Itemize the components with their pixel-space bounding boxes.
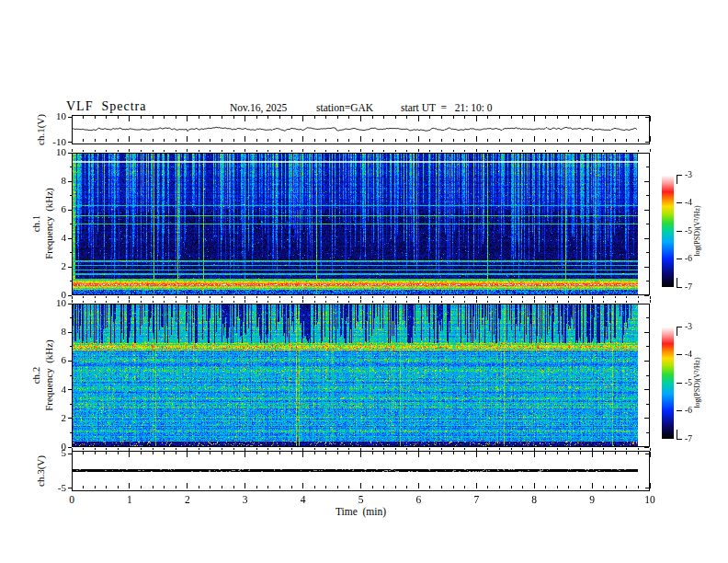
- y-tick-left: [68, 488, 72, 488]
- y-tick-left: [68, 117, 72, 118]
- x-major-tick: [476, 448, 477, 451]
- x-minor-tick: [337, 116, 338, 119]
- freq-major-tick: [68, 447, 72, 448]
- x-minor-tick: [222, 448, 222, 450]
- x-minor-tick: [325, 150, 326, 152]
- x-minor-tick: [210, 452, 210, 454]
- x-major-tick: [650, 300, 651, 303]
- vlf-spectra-figure: VLF Spectra Nov.16, 2025 station=GAK sta…: [0, 0, 728, 563]
- x-minor-tick: [406, 448, 407, 450]
- freq-major-tick: [68, 361, 72, 362]
- x-minor-tick: [372, 448, 373, 450]
- x-tick-label: 5: [351, 494, 371, 505]
- x-minor-tick: [545, 301, 546, 303]
- x-minor-tick: [267, 116, 268, 119]
- x-minor-tick: [337, 486, 338, 488]
- x-minor-tick: [511, 139, 512, 142]
- x-minor-tick: [176, 139, 176, 142]
- x-minor-tick: [164, 296, 165, 298]
- freq-major-tick-right: [644, 181, 649, 182]
- x-major-tick: [534, 483, 535, 488]
- freq-major-tick: [68, 295, 72, 296]
- x-minor-tick: [441, 448, 442, 450]
- x-minor-tick: [557, 448, 558, 450]
- x-minor-tick: [210, 486, 210, 488]
- x-major-tick: [72, 296, 73, 299]
- x-minor-tick: [279, 301, 280, 303]
- plot-title: VLF Spectra: [66, 99, 146, 114]
- x-minor-tick: [199, 296, 199, 298]
- x-minor-tick: [314, 301, 315, 303]
- x-minor-tick: [233, 139, 234, 142]
- x-minor-tick: [176, 452, 176, 454]
- x-minor-tick: [222, 139, 222, 142]
- x-minor-tick: [395, 139, 396, 142]
- x-minor-tick: [383, 296, 384, 298]
- x-minor-tick: [626, 116, 627, 119]
- x-major-tick: [360, 296, 361, 299]
- x-minor-tick: [222, 301, 222, 303]
- x-minor-tick: [348, 139, 349, 142]
- x-minor-tick: [291, 296, 292, 298]
- x-minor-tick: [395, 150, 396, 152]
- x-tick-label: 0: [62, 494, 82, 505]
- x-major-tick: [534, 300, 535, 303]
- x-major-tick: [418, 149, 419, 152]
- x-minor-tick: [95, 296, 96, 298]
- x-major-tick: [476, 483, 477, 488]
- x-minor-tick: [545, 448, 546, 450]
- x-minor-tick: [199, 486, 199, 488]
- x-minor-tick: [568, 486, 569, 488]
- freq-minor-tick-right: [646, 317, 649, 318]
- x-minor-tick: [291, 139, 292, 142]
- x-minor-tick: [638, 452, 639, 454]
- freq-minor-tick-right: [646, 404, 649, 405]
- x-minor-tick: [615, 486, 616, 488]
- x-major-tick: [650, 116, 651, 121]
- x-minor-tick: [499, 116, 500, 119]
- x-major-tick: [360, 116, 361, 121]
- x-minor-tick: [511, 301, 512, 303]
- x-tick-label: 8: [524, 494, 544, 505]
- x-minor-tick: [153, 150, 154, 152]
- x-minor-tick: [164, 452, 165, 454]
- x-minor-tick: [256, 452, 257, 454]
- x-minor-tick: [522, 296, 523, 298]
- x-minor-tick: [325, 301, 326, 303]
- x-minor-tick: [325, 116, 326, 119]
- x-major-tick: [245, 296, 245, 299]
- x-minor-tick: [615, 116, 616, 119]
- x-minor-tick: [580, 116, 581, 119]
- x-major-tick: [245, 452, 245, 457]
- x-minor-tick: [348, 301, 349, 303]
- x-major-tick: [650, 483, 651, 488]
- x-minor-tick: [106, 116, 107, 119]
- x-minor-tick: [291, 150, 292, 152]
- freq-minor-tick-right: [646, 375, 649, 376]
- colorbar-tick: [677, 327, 682, 327]
- x-minor-tick: [118, 139, 119, 142]
- x-major-tick: [302, 149, 303, 152]
- x-minor-tick: [626, 150, 627, 152]
- x-major-tick: [476, 452, 477, 457]
- x-minor-tick: [580, 296, 581, 298]
- x-major-tick: [129, 448, 130, 451]
- freq-major-tick-right: [644, 153, 649, 154]
- x-major-tick: [245, 483, 245, 488]
- x-major-tick: [418, 452, 419, 457]
- colorbar-tick-label: -4: [685, 350, 692, 359]
- x-minor-tick: [511, 150, 512, 152]
- colorbar-bracket: [677, 175, 677, 184]
- x-minor-tick: [545, 296, 546, 298]
- x-minor-tick: [348, 452, 349, 454]
- x-minor-tick: [626, 139, 627, 142]
- freq-minor-tick: [70, 224, 72, 224]
- x-minor-tick: [256, 296, 257, 298]
- x-minor-tick: [348, 448, 349, 450]
- x-major-tick: [534, 296, 535, 299]
- x-minor-tick: [95, 139, 96, 142]
- x-tick-label: 4: [293, 494, 313, 505]
- x-minor-tick: [106, 448, 107, 450]
- x-minor-tick: [337, 301, 338, 303]
- x-major-tick: [302, 296, 303, 299]
